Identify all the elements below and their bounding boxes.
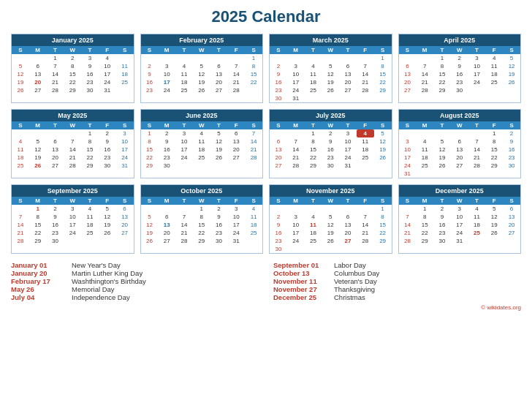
month-header: August 2025	[399, 110, 521, 121]
month-block: February 2025SMTWTFS12345678910111213141…	[140, 34, 264, 103]
day-header: T	[81, 121, 99, 129]
day-cell: 1	[81, 129, 99, 137]
day-header: S	[12, 121, 29, 129]
day-cell: 12	[433, 146, 451, 154]
day-cell: 23	[210, 229, 228, 237]
holiday-column: September 01Labor DayOctober 13Columbus …	[273, 261, 521, 301]
day-header: S	[503, 46, 520, 54]
day-header: T	[175, 121, 193, 129]
day-cell: 17	[468, 70, 486, 78]
holiday-name: Thanksgiving	[334, 285, 375, 293]
day-cell: 14	[399, 221, 417, 229]
day-cell	[451, 170, 468, 178]
day-cell: 19	[141, 229, 159, 237]
day-cell	[416, 54, 433, 62]
month-header: May 2025	[12, 110, 134, 121]
day-cell: 14	[416, 70, 433, 78]
day-cell: 1	[485, 129, 503, 137]
holiday-name: Veteran's Day	[334, 277, 377, 285]
day-cell: 4	[81, 205, 99, 213]
day-cell	[468, 129, 486, 137]
day-header: F	[227, 46, 245, 54]
day-cell	[503, 170, 520, 178]
day-cell: 8	[305, 137, 322, 146]
day-cell: 16	[210, 221, 228, 229]
day-cell: 24	[468, 78, 486, 86]
day-header: F	[99, 197, 116, 205]
day-cell: 26	[29, 162, 47, 170]
day-cell: 6	[227, 129, 245, 137]
day-cell: 10	[451, 213, 468, 221]
day-cell: 1	[193, 205, 210, 213]
day-cell: 3	[64, 205, 81, 213]
day-cell: 10	[158, 70, 175, 78]
day-header: S	[503, 197, 520, 205]
day-cell: 14	[227, 70, 245, 78]
day-header: S	[245, 46, 262, 54]
day-header: W	[193, 197, 210, 205]
day-cell: 25	[12, 162, 29, 170]
day-cell: 8	[374, 213, 392, 221]
day-cell: 28	[468, 162, 486, 170]
day-cell: 19	[374, 146, 392, 154]
day-cell: 12	[374, 137, 392, 146]
day-cell: 16	[47, 221, 64, 229]
month-table: SMTWTFS123456789101112131415161718192021…	[12, 46, 134, 94]
day-cell: 5	[322, 62, 339, 70]
day-header: M	[416, 46, 433, 54]
day-cell: 23	[270, 86, 287, 94]
day-cell: 3	[468, 54, 486, 62]
day-cell: 11	[357, 137, 374, 146]
day-cell: 18	[193, 146, 210, 154]
day-cell: 24	[339, 154, 357, 162]
day-header: S	[141, 197, 159, 205]
month-block: September 2025SMTWTFS1234567891011121314…	[11, 184, 134, 254]
day-cell	[305, 245, 322, 253]
holidays-section: January 01New Year's DayJanuary 20Martin…	[11, 261, 521, 301]
day-cell: 19	[322, 229, 339, 237]
day-cell: 21	[227, 78, 245, 86]
day-cell: 15	[416, 221, 433, 229]
holiday-name: Labor Day	[334, 261, 366, 269]
day-cell: 22	[81, 154, 99, 162]
day-cell: 3	[227, 205, 245, 213]
day-cell: 17	[175, 146, 193, 154]
month-table: SMTWTFS123456789101112131415161718192021…	[399, 46, 521, 94]
day-cell: 21	[468, 154, 486, 162]
day-header: S	[399, 121, 417, 129]
day-header: T	[210, 197, 228, 205]
day-cell: 2	[322, 129, 339, 137]
day-cell: 16	[141, 78, 159, 86]
day-cell: 15	[433, 70, 451, 78]
day-cell: 21	[399, 229, 417, 237]
day-cell	[485, 86, 503, 94]
day-cell: 2	[99, 129, 116, 137]
day-cell	[468, 237, 486, 245]
day-cell: 6	[270, 137, 287, 146]
day-cell: 3	[81, 54, 99, 62]
day-cell: 17	[287, 78, 305, 86]
day-cell: 11	[468, 213, 486, 221]
day-cell: 13	[270, 146, 287, 154]
day-cell: 12	[99, 213, 116, 221]
day-cell: 27	[339, 86, 357, 94]
holiday-name: Memorial Day	[72, 285, 115, 293]
month-header: March 2025	[270, 34, 392, 46]
day-cell: 20	[270, 154, 287, 162]
day-cell: 5	[503, 54, 520, 62]
day-cell: 15	[29, 221, 47, 229]
day-cell: 11	[81, 213, 99, 221]
month-header: September 2025	[12, 185, 134, 197]
day-cell: 13	[339, 221, 357, 229]
day-cell: 22	[374, 78, 392, 86]
day-cell: 29	[485, 162, 503, 170]
day-cell: 16	[433, 221, 451, 229]
day-cell: 23	[47, 229, 64, 237]
day-cell: 10	[227, 213, 245, 221]
day-cell: 13	[29, 70, 47, 78]
day-cell: 25	[81, 229, 99, 237]
day-cell: 17	[227, 221, 245, 229]
day-cell	[287, 245, 305, 253]
day-cell: 13	[451, 146, 468, 154]
day-cell: 4	[99, 54, 116, 62]
